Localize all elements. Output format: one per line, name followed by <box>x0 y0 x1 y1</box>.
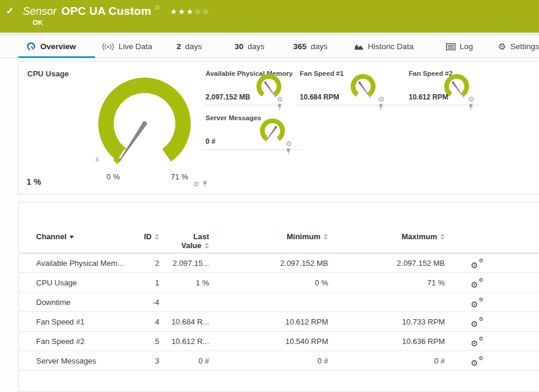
gauge-min-label: 0 % <box>107 172 120 181</box>
status-badge: OK <box>33 19 43 26</box>
table-row[interactable]: Downtime -4 ⚙⚙ <box>19 293 539 312</box>
column-header-id[interactable]: ID <box>142 232 159 241</box>
page-title: OPC UA Custom <box>61 5 151 18</box>
last-value: 2.097.15... <box>159 259 209 268</box>
primary-gauge-value: 1 % <box>27 177 41 187</box>
gauge-settings-gear-icon[interactable]: ⚙ <box>285 140 292 147</box>
channel-id: 1 <box>142 278 159 287</box>
gauge-needle <box>119 123 146 162</box>
tab-settings[interactable]: ⚙ Settings <box>498 36 539 57</box>
gauge-cell-fan-speed-2: Fan Speed #2 10.612 RPM ⚙ <box>389 66 479 105</box>
tab-label: Settings <box>510 42 539 51</box>
minimum-value: 0 % <box>209 278 328 287</box>
sort-icon <box>323 234 328 240</box>
sort-icon <box>155 234 159 240</box>
tab-label: Overview <box>40 42 76 51</box>
channel-id: 4 <box>142 317 159 326</box>
status-check-icon: ✓ <box>6 7 14 16</box>
tab-bar: Overview Live Data 2 days 30 days 365 da… <box>0 36 539 58</box>
gauge-cell-fan-speed-1: Fan Speed #1 10.684 RPM ⚙ <box>297 66 389 105</box>
pin-icon[interactable] <box>378 104 384 111</box>
channel-name[interactable]: Server Messages <box>36 356 142 365</box>
chevron-down-icon <box>69 236 74 239</box>
log-list-icon <box>446 43 455 50</box>
pin-icon[interactable] <box>202 181 208 188</box>
channel-table-panel: Channel ID Last Value Minimum Maximum <box>18 202 539 392</box>
minimum-value: 10.540 RPM <box>209 337 328 346</box>
maximum-value: 10.733 RPM <box>328 317 445 326</box>
gauge-max-label: 71 % <box>171 172 188 181</box>
tab-2-days[interactable]: 2 days <box>177 36 202 57</box>
gear-icon: ⚙ <box>498 42 506 51</box>
column-label: Last <box>193 232 209 241</box>
tab-30-days[interactable]: 30 days <box>235 36 265 57</box>
tab-label: days <box>248 42 265 51</box>
fan1-gauge <box>349 73 377 101</box>
minimum-value: 0 # <box>209 356 328 365</box>
column-label: Maximum <box>402 232 437 241</box>
tab-365-days[interactable]: 365 days <box>293 36 328 57</box>
average-marker-label: x̄ <box>95 156 99 163</box>
column-header-minimum[interactable]: Minimum <box>209 232 328 241</box>
gauge-cell-available-physical-memory: Available Physical Memory 2.097.152 MB ⚙ <box>205 66 284 105</box>
maximum-value: 2.097.152 MB <box>328 259 445 268</box>
column-header-maximum[interactable]: Maximum <box>328 232 445 241</box>
last-value: 10.612 R... <box>159 337 209 346</box>
channel-name[interactable]: Fan Speed #2 <box>36 337 142 346</box>
tab-number: 2 <box>177 42 181 51</box>
pin-icon[interactable] <box>468 104 474 111</box>
column-label: Value <box>181 241 201 250</box>
gauge-icon <box>26 41 36 52</box>
channel-id: -4 <box>142 298 159 307</box>
table-row[interactable]: Fan Speed #2 5 10.612 R... 10.540 RPM 10… <box>19 332 539 351</box>
tab-label: days <box>311 42 328 51</box>
table-row[interactable]: Available Physical Mem... 2 2.097.15... … <box>19 253 539 273</box>
table-row[interactable]: CPU Usage 1 1 % 0 % 71 % ⚙⚙ <box>19 273 539 293</box>
gauge-cell-server-messages: Server Messages 0 # ⚙ <box>205 110 300 150</box>
tab-historic-data[interactable]: Historic Data <box>354 36 413 57</box>
gauges-panel: CPU Usage x̄ 0 % 71 % 1 % ⚙ Available Ph… <box>18 61 539 194</box>
last-value: 10.684 R... <box>159 317 209 326</box>
sensor-header: ✓ Sensor OPC UA Custom ⚐ ★★★☆☆ OK <box>0 0 539 33</box>
gauge-settings-gear-icon[interactable]: ⚙ <box>468 96 474 103</box>
gauge-value: 2.097.152 MB <box>206 93 250 101</box>
active-tab-underline <box>18 56 95 58</box>
table-row[interactable]: Fan Speed #1 4 10.684 R... 10.612 RPM 10… <box>19 312 539 332</box>
flag-icon[interactable]: ⚐ <box>155 4 161 12</box>
sort-icon <box>440 234 445 240</box>
sensor-kind-label: Sensor <box>23 5 56 18</box>
tab-log[interactable]: Log <box>446 36 473 57</box>
channel-name[interactable]: Fan Speed #1 <box>36 317 142 326</box>
area-chart-icon <box>354 43 364 50</box>
gauge-settings-gear-icon[interactable]: ⚙ <box>193 181 200 188</box>
priority-stars[interactable]: ★★★☆☆ <box>170 7 210 16</box>
tab-overview[interactable]: Overview <box>26 36 76 57</box>
column-header-last-value[interactable]: Last Value <box>159 232 209 250</box>
gauge-settings-gear-icon[interactable]: ⚙ <box>277 96 283 103</box>
gauge-value: 10.612 RPM <box>409 93 448 101</box>
table-row[interactable]: Server Messages 3 0 # 0 # 0 # ⚙⚙ <box>19 351 539 371</box>
sort-icon <box>204 243 209 249</box>
channel-id: 2 <box>142 259 159 268</box>
channel-id: 3 <box>142 356 159 365</box>
maximum-value: 10.636 RPM <box>328 337 445 346</box>
tab-number: 365 <box>293 42 307 51</box>
server-messages-gauge <box>259 118 286 145</box>
column-header-channel[interactable]: Channel <box>36 232 142 241</box>
gauge-value: 0 # <box>206 137 216 146</box>
gauge-settings-gear-icon[interactable]: ⚙ <box>378 96 384 103</box>
minimum-value: 10.612 RPM <box>209 317 328 326</box>
tab-label: Historic Data <box>368 42 413 51</box>
tab-live-data[interactable]: Live Data <box>102 36 152 57</box>
gauge-title: Fan Speed #1 <box>300 70 344 77</box>
primary-gauge-title: CPU Usage <box>27 69 69 78</box>
column-label: Channel <box>36 232 66 241</box>
channel-name[interactable]: CPU Usage <box>36 278 142 287</box>
channel-name[interactable]: Available Physical Mem... <box>36 259 142 268</box>
last-value: 1 % <box>159 278 209 287</box>
cpu-usage-gauge <box>95 76 194 176</box>
column-label: Minimum <box>287 232 320 241</box>
pin-icon[interactable] <box>285 148 291 155</box>
channel-name[interactable]: Downtime <box>36 298 142 307</box>
last-value: 0 # <box>159 356 209 365</box>
